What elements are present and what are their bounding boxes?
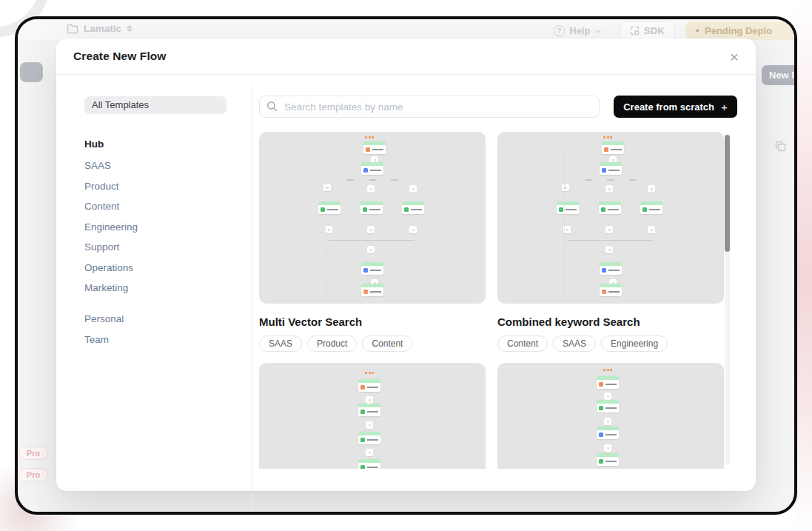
sidebar-item-team[interactable]: Team [84,334,252,345]
tag-product: Product [307,335,357,352]
template-card[interactable] [497,132,724,304]
flow-node [597,376,619,389]
sidebar-item-operations[interactable]: Operations [84,262,252,273]
new-flow-button[interactable]: New F [762,65,797,85]
pro-badge: Pro [19,468,48,481]
template-title: Combined keyword Search [497,315,724,328]
flow-connector-dot [409,226,417,233]
sidebar-item-personal[interactable]: Personal [84,313,252,324]
flow-branch-label [346,179,354,181]
app-frame: Lamatic ? Help ⌵ SDK ● Pending Deplo [15,16,797,515]
sidebar-item-product[interactable]: Product [84,181,252,192]
flow-connector-dot [605,246,613,253]
flow-connector-dot [605,185,613,193]
flow-node [358,404,380,416]
flow-node [318,201,340,214]
flow-toolbar-marks [603,136,612,138]
flow-node [358,432,380,444]
flow-node [602,141,624,154]
flow-connector-dot [367,246,375,253]
flow-node [360,201,383,214]
flow-connector-dot [562,184,569,191]
copy-icon [774,140,788,153]
template-card[interactable] [259,132,486,304]
sidebar-item-hub[interactable]: Hub [84,138,252,150]
flow-node [599,201,621,214]
template-tags: SAASProductContent [259,335,486,352]
workspace-name: Lamatic [84,23,121,34]
sidebar-item-support[interactable]: Support [84,241,252,253]
sidebar-item-engineering[interactable]: Engineering [84,221,252,233]
workspace-switcher[interactable]: Lamatic [67,23,132,34]
flow-branch-label [369,179,376,181]
flow-node [358,379,380,392]
flow-connector-line [567,240,653,241]
flow-toolbar-marks [603,369,612,371]
close-icon[interactable]: × [730,49,739,64]
flow-branch-label [607,179,614,181]
template-gallery: Create from scratch + Multi Vector Searc… [252,75,756,490]
sidebar-item-saas[interactable]: SAAS [84,160,252,171]
flow-connector-dot [366,396,373,404]
flow-node [361,162,383,175]
help-label: Help [569,25,590,36]
create-new-flow-modal: Create New Flow × All Templates HubSAASP… [56,39,756,491]
flow-node [358,459,380,469]
template-title: Multi Vector Search [259,315,486,328]
flow-node [600,162,622,175]
scrollbar-track[interactable] [725,133,730,465]
pro-badge: Pro [19,447,48,460]
sidebar-item-marketing[interactable]: Marketing [84,282,252,293]
flow-node [597,427,619,439]
flow-node [361,262,383,275]
flow-branch-label [629,179,637,181]
flow-node [361,284,383,296]
flow-connector-dot [323,184,331,191]
flow-connector-dot [605,226,613,233]
flow-connector-dot [648,226,655,233]
flow-boundary-line [326,293,381,293]
flow-node [600,262,622,275]
template-card[interactable] [497,363,724,469]
sdk-label: SDK [644,25,664,36]
scrollbar-thumb[interactable] [725,135,730,252]
template-card[interactable] [259,363,486,469]
sidebar-item-content[interactable]: Content [84,201,252,212]
tag-saas: SAAS [259,335,302,352]
sidebar-item-all-templates[interactable]: All Templates [84,96,227,114]
flow-boundary-line [326,150,326,293]
flow-connector-dot [366,421,373,429]
flow-branch-label [391,179,398,181]
flow-connector-dot [367,185,375,193]
flow-boundary-line [564,293,620,293]
flow-connector-line [329,240,415,241]
sdk-icon [630,26,640,36]
flow-connector-dot [367,226,375,233]
category-group: HubSAASProductContentEngineeringSupportO… [84,138,252,293]
flow-connector-dot [648,185,655,193]
tag-content: Content [362,335,412,352]
templates-viewport: Multi Vector SearchSAASProductContentCom… [259,132,724,469]
help-button[interactable]: ? Help ⌵ [554,25,600,36]
pending-label: Pending Deplo [705,25,772,36]
flow-node [557,201,579,214]
sdk-button[interactable]: SDK [620,21,674,40]
chevron-updown-icon [127,25,132,32]
templates-grid: Multi Vector SearchSAASProductContentCom… [259,132,724,469]
flow-connector-dot [604,393,611,400]
category-nav: HubSAASProductContentEngineeringSupportO… [84,138,252,345]
template-meta: Multi Vector SearchSAASProductContent [259,304,486,363]
question-icon: ? [554,25,565,36]
folder-icon [67,24,78,34]
flow-node [402,201,424,214]
tag-engineering: Engineering [601,335,668,352]
flow-toolbar-marks [365,372,374,374]
flow-connector-dot [366,449,373,456]
search-input[interactable] [259,96,600,118]
create-from-scratch-button[interactable]: Create from scratch + [614,96,737,118]
pending-deployment-button[interactable]: ● Pending Deplo [685,21,794,40]
flow-connector-dot [604,444,611,452]
tag-saas: SAAS [553,335,596,352]
tag-content: Content [497,335,548,352]
flow-connector-dot [409,185,417,193]
